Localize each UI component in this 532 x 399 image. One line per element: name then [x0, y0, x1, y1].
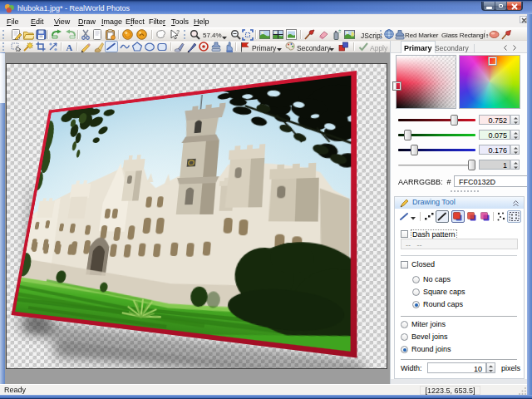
- svg-text:?: ?: [176, 29, 180, 35]
- svg-text:A: A: [66, 42, 73, 52]
